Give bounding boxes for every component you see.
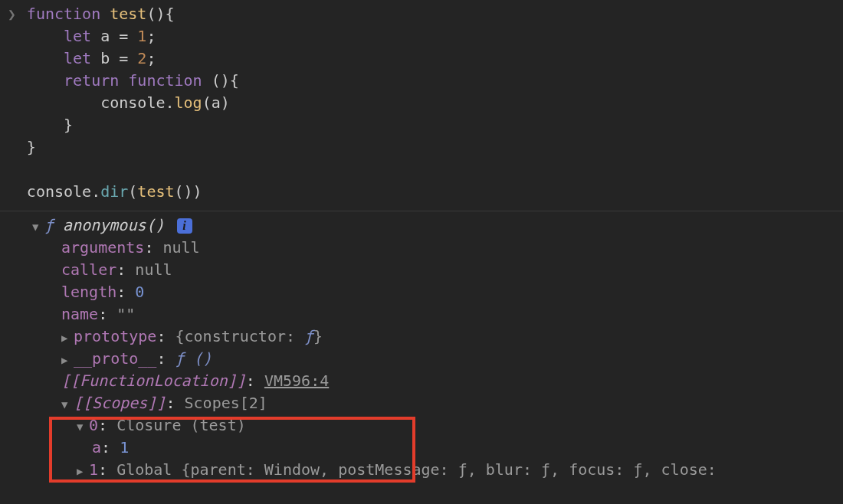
expand-arrow-icon[interactable] <box>61 330 74 345</box>
identifier: b <box>100 49 110 67</box>
scope-index: 0 <box>89 416 98 434</box>
prop-value: ƒ <box>304 327 313 345</box>
scope-row[interactable]: 1: Global {parent: Window, postMessage: … <box>32 459 843 481</box>
colon: : <box>166 394 184 412</box>
method: log <box>175 93 202 112</box>
keyword: let <box>64 49 91 67</box>
function-name: test <box>110 5 146 23</box>
number: 1 <box>137 27 146 45</box>
number: 2 <box>137 49 146 67</box>
object-header[interactable]: ƒ anonymous() i <box>32 214 843 237</box>
property-row[interactable]: [[Scopes]]: Scopes[2] <box>32 392 843 414</box>
console-input-row: ❯ function test(){ let a = 1; let b = 2;… <box>0 3 843 203</box>
property-row[interactable]: arguments: null <box>32 237 843 259</box>
info-icon[interactable]: i <box>177 218 192 234</box>
brace: { <box>175 327 184 345</box>
brace: } <box>27 116 73 134</box>
paren: ) <box>221 93 230 112</box>
source-link[interactable]: VM596:4 <box>264 371 329 390</box>
scope-row[interactable]: 0: Closure (test) <box>32 414 843 437</box>
paren: ( <box>128 182 137 201</box>
prop-value: ƒ () <box>175 349 212 368</box>
prop-value: "" <box>116 305 135 323</box>
property-row[interactable]: name: "" <box>32 303 843 326</box>
function-name: anonymous() <box>63 216 164 234</box>
colon: : <box>98 416 116 434</box>
punct: = <box>110 49 137 67</box>
paren: (){ <box>202 71 239 90</box>
prop-key: name <box>61 305 98 323</box>
prop-key: prototype <box>74 327 156 345</box>
prop-key: caller <box>61 260 116 279</box>
property-row[interactable]: length: 0 <box>32 281 843 303</box>
prop-value: null <box>162 238 199 257</box>
identifier: a <box>100 27 110 45</box>
punct: . <box>91 182 100 201</box>
colon: : <box>116 283 135 301</box>
colon: : <box>98 305 116 323</box>
property-row[interactable]: prototype: {constructor: ƒ} <box>32 326 843 348</box>
colon: : <box>286 327 304 345</box>
object: console <box>27 182 91 201</box>
brace: } <box>27 138 36 156</box>
expand-arrow-icon[interactable] <box>61 397 74 412</box>
colon: : <box>144 238 162 257</box>
keyword: return <box>64 71 119 90</box>
colon: : <box>156 349 175 368</box>
expand-arrow-icon[interactable] <box>61 352 74 368</box>
brace: } <box>313 327 323 345</box>
call: test <box>137 182 174 201</box>
method: dir <box>100 182 128 201</box>
expand-arrow-icon[interactable] <box>77 419 89 434</box>
prop-key: length <box>61 283 116 301</box>
colon: : <box>101 438 120 457</box>
console-prompt-icon: ❯ <box>8 3 16 25</box>
paren: ()) <box>175 182 202 201</box>
paren: ( <box>202 93 212 112</box>
prop-value: 0 <box>135 283 144 301</box>
punct: ; <box>146 49 156 67</box>
scope-label: Global <box>116 460 181 479</box>
var-value: 1 <box>120 438 129 457</box>
property-row[interactable]: [[FunctionLocation]]: VM596:4 <box>32 370 843 392</box>
colon: : <box>98 460 116 479</box>
prop-key: __proto__ <box>74 349 156 368</box>
prop-value: null <box>135 260 172 279</box>
scope-index: 1 <box>89 460 98 479</box>
keyword: function <box>128 71 202 90</box>
keyword: function <box>27 5 100 23</box>
var-key: a <box>92 438 101 457</box>
function-symbol: ƒ <box>44 216 63 234</box>
punct: . <box>165 93 174 112</box>
property-row[interactable]: caller: null <box>32 259 843 281</box>
object: console <box>100 93 165 112</box>
console-panel: ❯ function test(){ let a = 1; let b = 2;… <box>0 0 843 481</box>
colon: : <box>156 327 175 345</box>
expand-arrow-icon[interactable] <box>32 219 44 234</box>
closure-var-row[interactable]: a: 1 <box>32 437 843 459</box>
scope-label: Closure (test) <box>116 416 246 434</box>
keyword: let <box>64 27 91 45</box>
internal-key: [[FunctionLocation]] <box>61 371 246 390</box>
paren: (){ <box>146 5 174 23</box>
arg: a <box>212 93 221 112</box>
property-row[interactable]: __proto__: ƒ () <box>32 348 843 370</box>
punct: = <box>110 27 137 45</box>
colon: : <box>246 371 264 390</box>
prop-key: constructor <box>185 327 286 345</box>
internal-key: [[Scopes]] <box>74 394 166 412</box>
prop-key: arguments <box>61 238 144 257</box>
prop-value: Scopes[2] <box>185 394 267 412</box>
expand-arrow-icon[interactable] <box>77 463 89 479</box>
scope-preview: {parent: Window, postMessage: ƒ, blur: ƒ… <box>181 460 716 479</box>
colon: : <box>116 260 135 279</box>
console-output: ƒ anonymous() i arguments: null caller: … <box>0 211 843 481</box>
punct: ; <box>146 27 156 45</box>
code-input[interactable]: function test(){ let a = 1; let b = 2; r… <box>27 3 239 203</box>
